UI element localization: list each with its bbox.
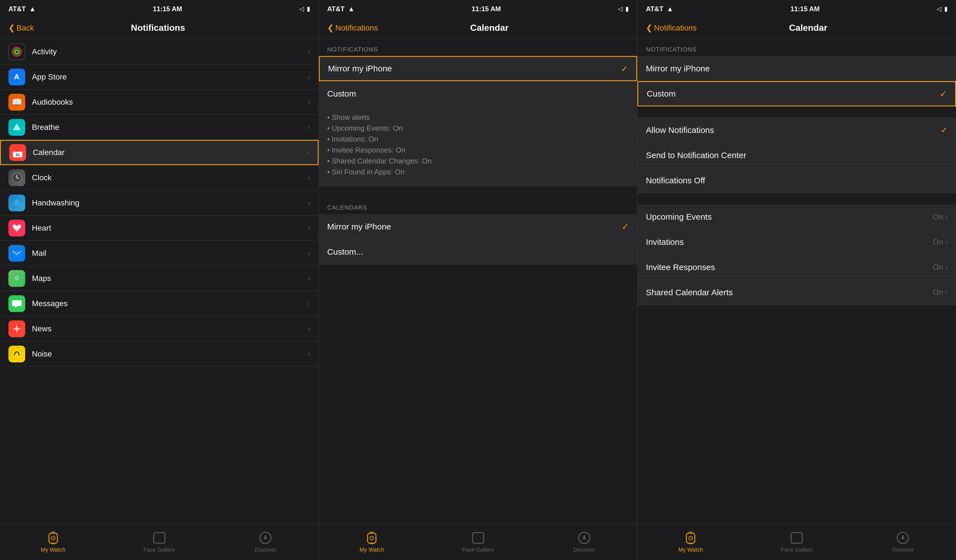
- bullet-upcoming: • Upcoming Events: On: [327, 123, 629, 134]
- tab-face-gallery-2[interactable]: Face Gallery: [425, 531, 531, 553]
- chevron-icon: ›: [308, 249, 310, 257]
- discover-icon-1: [258, 531, 272, 545]
- mirror-iphone-option-3[interactable]: Mirror my iPhone: [637, 56, 956, 81]
- shared-calendar-alerts-chevron: ›: [945, 289, 948, 296]
- carrier-1: AT&T: [8, 5, 26, 13]
- mirror-iphone-option-2[interactable]: Mirror my iPhone ✓: [319, 56, 637, 81]
- shared-calendar-alerts-label: Shared Calendar Alerts: [646, 288, 932, 297]
- mirror-iphone-label-3: Mirror my iPhone: [646, 64, 948, 73]
- svg-rect-38: [473, 533, 484, 543]
- bullet-shared: • Shared Calendar Changes: On: [327, 155, 629, 166]
- tab-discover-1[interactable]: Discover: [212, 531, 318, 553]
- svg-rect-15: [13, 251, 21, 257]
- clock-label: Clock: [32, 173, 308, 182]
- list-item-audiobooks[interactable]: 📖 Audiobooks ›: [0, 89, 319, 115]
- noise-icon: [8, 346, 25, 362]
- invitations-label: Invitations: [646, 237, 932, 247]
- allow-notifications-option[interactable]: Allow Notifications ✓: [637, 118, 956, 143]
- svg-rect-43: [689, 543, 693, 544]
- status-right-2: ◁ ▮: [618, 5, 629, 13]
- appstore-icon: A: [8, 69, 25, 85]
- clock-icon: [8, 169, 25, 186]
- status-right-3: ◁ ▮: [937, 5, 948, 13]
- tab-my-watch-1[interactable]: My Watch: [0, 531, 106, 553]
- tab-face-gallery-3[interactable]: Face Gallery: [744, 531, 850, 553]
- svg-rect-24: [51, 532, 55, 533]
- calendar-icon: 31: [9, 144, 26, 161]
- tab-my-watch-2[interactable]: My Watch: [319, 531, 425, 553]
- tab-my-watch-3[interactable]: My Watch: [637, 531, 744, 553]
- tab-discover-3[interactable]: Discover: [850, 531, 956, 553]
- custom-option-3[interactable]: Custom ✓: [637, 81, 956, 106]
- invitations-chevron: ›: [945, 238, 948, 246]
- handwashing-label: Handwashing: [32, 198, 308, 207]
- calendars-custom-label: Custom...: [327, 247, 629, 257]
- invitee-responses-option[interactable]: Invitee Responses On ›: [637, 255, 956, 280]
- send-to-notification-center-label: Send to Notification Center: [646, 151, 948, 160]
- send-to-notification-center-option[interactable]: Send to Notification Center: [637, 143, 956, 168]
- news-icon: [8, 320, 25, 337]
- invitee-responses-label: Invitee Responses: [646, 262, 932, 272]
- list-item-messages[interactable]: Messages ›: [0, 291, 319, 316]
- upcoming-events-option[interactable]: Upcoming Events On ›: [637, 204, 956, 229]
- back-chevron-2: ❮: [327, 23, 334, 33]
- list-item-handwashing[interactable]: Handwashing ›: [0, 190, 319, 215]
- chevron-icon: ›: [308, 325, 310, 333]
- notifications-off-option[interactable]: Notifications Off: [637, 168, 956, 193]
- tab-face-gallery-1[interactable]: Face Gallery: [106, 531, 212, 553]
- custom-label-3: Custom: [647, 89, 940, 99]
- svg-point-17: [16, 277, 17, 279]
- shared-calendar-alerts-option[interactable]: Shared Calendar Alerts On ›: [637, 280, 956, 305]
- nav-bar-1: ❮ Back Notifications: [0, 17, 319, 39]
- svg-rect-10: [19, 148, 20, 150]
- list-item-heart[interactable]: Heart ›: [0, 215, 319, 241]
- my-watch-icon-3: [684, 531, 698, 545]
- invitations-option[interactable]: Invitations On ›: [637, 229, 956, 255]
- location-icon-2: ◁: [618, 5, 623, 13]
- face-gallery-icon-1: [152, 531, 166, 545]
- list-item-mail[interactable]: Mail ›: [0, 241, 319, 266]
- audiobooks-label: Audiobooks: [32, 98, 308, 107]
- calendar-custom-list: NOTIFICATIONS Mirror my iPhone Custom ✓ …: [637, 39, 956, 524]
- svg-text:31: 31: [16, 152, 20, 157]
- custom-option-2[interactable]: Custom: [319, 81, 637, 106]
- invitations-value: On: [933, 238, 943, 246]
- bullet-invitee: • Invitee Responses: On: [327, 145, 629, 155]
- notifications-off-label: Notifications Off: [646, 176, 948, 185]
- panel-notifications-list: AT&T ▲ 11:15 AM ◁ ▮ ❮ Back Notifications: [0, 0, 319, 560]
- status-bar-1: AT&T ▲ 11:15 AM ◁ ▮: [0, 0, 319, 17]
- calendars-custom-option[interactable]: Custom...: [319, 239, 637, 265]
- list-item-noise[interactable]: Noise ›: [0, 342, 319, 367]
- list-item-activity[interactable]: Activity ›: [0, 39, 319, 64]
- page-title-1: Notifications: [6, 23, 310, 33]
- list-item-calendar[interactable]: 31 Calendar ›: [0, 140, 319, 165]
- list-item-clock[interactable]: Clock ›: [0, 165, 319, 190]
- tab-bar-1: My Watch Face Gallery Discover: [0, 524, 319, 560]
- status-left-2: AT&T ▲: [327, 5, 355, 13]
- svg-rect-29: [154, 533, 165, 543]
- list-item-appstore[interactable]: A App Store ›: [0, 64, 319, 89]
- tab-discover-label-1: Discover: [255, 547, 276, 553]
- audiobooks-icon: 📖: [8, 94, 25, 111]
- tab-face-gallery-label-3: Face Gallery: [781, 547, 812, 553]
- list-item-breathe[interactable]: Breathe ›: [0, 115, 319, 140]
- calendars-mirror-option[interactable]: Mirror my iPhone ✓: [319, 214, 637, 239]
- discover-icon-2: [577, 531, 591, 545]
- tab-discover-2[interactable]: Discover: [531, 531, 637, 553]
- calendars-mirror-label: Mirror my iPhone: [327, 222, 622, 231]
- allow-notifications-label: Allow Notifications: [646, 125, 940, 135]
- calendar-options-list: NOTIFICATIONS Mirror my iPhone ✓ Custom …: [319, 39, 637, 524]
- list-item-maps[interactable]: Maps ›: [0, 266, 319, 291]
- location-icon-3: ◁: [937, 5, 942, 13]
- discover-icon-3: [896, 531, 910, 545]
- svg-line-37: [372, 538, 373, 539]
- appstore-label: App Store: [32, 72, 308, 82]
- svg-text:A: A: [14, 72, 20, 81]
- status-bar-2: AT&T ▲ 11:15 AM ◁ ▮: [319, 0, 637, 17]
- list-item-news[interactable]: News ›: [0, 316, 319, 342]
- messages-label: Messages: [32, 299, 308, 308]
- wifi-icon-1: ▲: [29, 5, 36, 13]
- battery-icon-1: ▮: [307, 5, 310, 13]
- mail-label: Mail: [32, 249, 308, 258]
- svg-rect-25: [51, 543, 55, 544]
